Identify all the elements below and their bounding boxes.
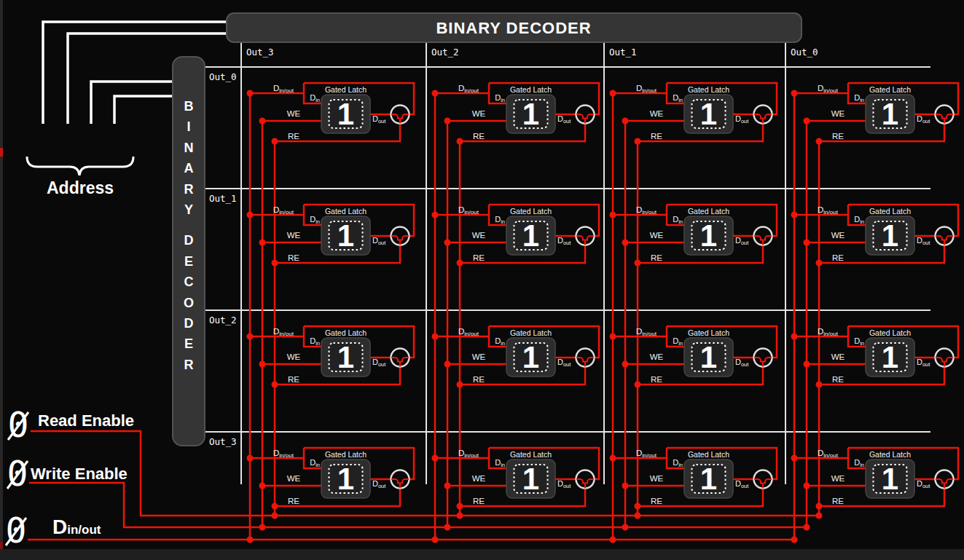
wire-junction-dot: [804, 524, 810, 531]
wire-junction-dot: [432, 212, 439, 218]
left-binary-decoder[interactable]: BINARYDECODER: [173, 57, 205, 446]
gated-latch-title: Gated Latch: [869, 328, 911, 337]
we-label: WE: [650, 474, 664, 483]
latch-value: 1: [337, 340, 354, 374]
logic-sim-canvas: Address Din/outWEREDinDoutGated Latch1Di…: [0, 0, 964, 560]
dout-label: Dout: [735, 358, 749, 368]
wire-junction-dot: [247, 537, 254, 543]
top-decoder-output-labels: Out_3 Out_2 Out_1 Out_0: [246, 47, 818, 58]
din-out-label: Din/out: [458, 84, 479, 94]
column-output-label: Out_2: [431, 47, 459, 58]
wire-junction-dot: [444, 361, 451, 368]
wire-junction-dot: [635, 138, 641, 145]
wire-junction-dot: [635, 513, 641, 519]
column-bus-wires-3: [791, 93, 823, 543]
re-label: RE: [651, 253, 662, 262]
din-out-label: Din/out: [273, 449, 294, 459]
gated-latch-cell-r2c3: Din/outWEREDinDoutGated Latch1: [791, 326, 959, 388]
din-label: Din: [673, 93, 683, 103]
wire-junction-dot: [791, 90, 798, 97]
gated-latch-cell-r1c1: Din/outWEREDinDoutGated Latch1: [432, 205, 600, 267]
left-edge-red-tick: [0, 148, 3, 157]
wire-junction-dot: [457, 260, 463, 267]
din-label: Din: [854, 458, 864, 468]
re-label: RE: [832, 375, 844, 384]
latch-value: 1: [882, 97, 898, 131]
dout-label: Dout: [372, 114, 386, 125]
latch-value: 1: [700, 218, 717, 253]
wire-junction-dot: [444, 240, 451, 246]
gated-latch-title: Gated Latch: [869, 207, 911, 216]
gated-latch-cell-r3c3: Din/outWEREDinDoutGated Latch1: [791, 448, 959, 510]
latch-value: 1: [882, 340, 898, 374]
din-label: Din: [310, 93, 320, 103]
we-label: WE: [287, 352, 301, 361]
wire-junction-dot: [247, 455, 254, 462]
wire-junction-dot: [259, 361, 266, 368]
gated-latch-title: Gated Latch: [688, 328, 729, 337]
re-label: RE: [832, 253, 844, 262]
wire-junction-dot: [816, 382, 823, 388]
dout-label: Dout: [735, 114, 749, 125]
gated-latch-title: Gated Latch: [325, 450, 367, 459]
left-binary-decoder-box[interactable]: [173, 57, 205, 446]
column-bus-wires-2: [610, 93, 641, 543]
data-inout-input[interactable]: 0 Din/out: [6, 510, 101, 551]
top-binary-decoder-label: BINARY DECODER: [436, 19, 591, 37]
gated-latch-cell-r1c3: Din/outWEREDinDoutGated Latch1: [791, 205, 959, 267]
wire-junction-dot: [635, 260, 641, 267]
we-label: WE: [472, 109, 486, 118]
wire-junction-dot: [635, 503, 641, 510]
wire-junction-dot: [432, 90, 439, 97]
wire-junction-dot: [816, 513, 823, 519]
wire-junction-dot: [259, 240, 266, 246]
latch-value: 1: [337, 462, 354, 496]
re-label: RE: [832, 132, 844, 141]
address-wire-3: [114, 96, 175, 124]
dout-label: Dout: [917, 236, 930, 246]
wire-junction-dot: [457, 382, 463, 388]
wire-junction-dot: [791, 212, 798, 218]
din-label: Din: [854, 336, 864, 347]
din-out-label: Din/out: [458, 327, 479, 337]
column-bus-wires-0: [247, 93, 278, 543]
wire-junction-dot: [791, 455, 798, 462]
wire-junction-dot: [804, 118, 810, 125]
gated-latch-title: Gated Latch: [510, 328, 552, 337]
column-output-label: Out_3: [246, 47, 274, 58]
wire-junction-dot: [272, 260, 278, 267]
read-enable-input[interactable]: 0 Read Enable: [8, 404, 135, 445]
we-label: WE: [472, 474, 486, 483]
top-binary-decoder[interactable]: BINARY DECODER: [227, 13, 802, 42]
gated-latch-title: Gated Latch: [869, 450, 911, 459]
write-enable-input[interactable]: 0 Write Enable: [7, 453, 128, 494]
dout-label: Dout: [917, 114, 930, 125]
column-bus-wires-1: [432, 93, 463, 543]
wire-junction-dot: [247, 334, 254, 340]
re-label: RE: [288, 132, 299, 141]
latch-value: 1: [522, 340, 539, 374]
left-edge-strip: [0, 0, 3, 560]
read-enable-label: Read Enable: [38, 411, 134, 430]
row-output-label: Out_3: [209, 436, 237, 447]
wire-junction-dot: [272, 503, 278, 510]
wire-junction-dot: [804, 361, 810, 368]
din-out-label: Din/out: [273, 327, 294, 337]
we-label: WE: [831, 352, 845, 361]
wire-junction-dot: [259, 524, 266, 531]
din-label: Din: [310, 336, 320, 347]
wire-junction-dot: [247, 212, 254, 218]
din-label: Din: [495, 93, 505, 103]
latch-value: 1: [337, 97, 354, 131]
re-label: RE: [651, 132, 662, 141]
latch-value: 1: [522, 218, 539, 253]
din-out-label: Din/out: [458, 205, 479, 216]
din-out-label: Din/out: [273, 205, 294, 216]
din-out-label: Din/out: [636, 205, 657, 216]
row-output-label: Out_2: [209, 315, 237, 326]
wire-junction-dot: [622, 240, 629, 246]
gated-latch-title: Gated Latch: [325, 85, 367, 94]
gated-latch-title: Gated Latch: [688, 85, 729, 94]
re-label: RE: [832, 497, 844, 505]
latch-value: 1: [337, 218, 354, 253]
